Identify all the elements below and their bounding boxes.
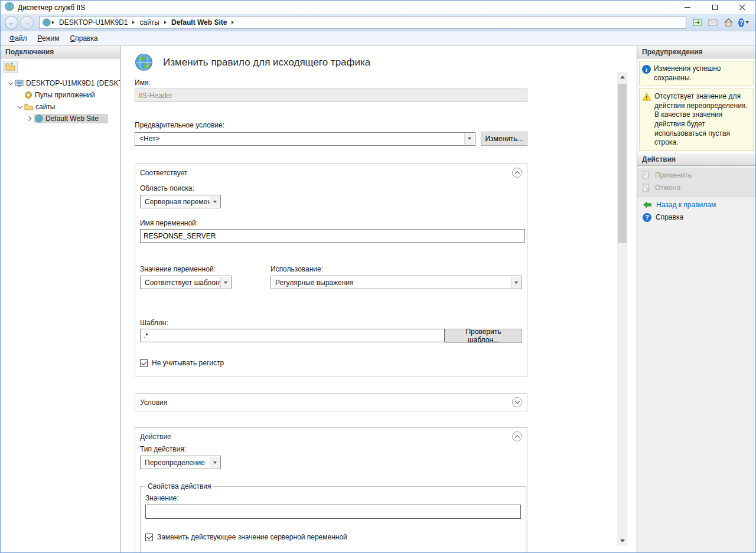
scrollbar-thumb[interactable]	[618, 84, 627, 243]
close-icon	[739, 4, 745, 11]
help-icon: ?	[643, 213, 651, 222]
menu-bar: Файл Режим Справка	[1, 31, 755, 46]
minimize-icon	[685, 7, 690, 8]
action-section: Действие Тип действия: Переопределение С…	[135, 427, 527, 552]
feedback-icon[interactable]	[708, 17, 718, 28]
scope-select[interactable]: Серверная переменн	[140, 195, 221, 208]
vertical-scrollbar[interactable]	[617, 72, 627, 546]
scroll-down-icon	[620, 539, 625, 542]
action-type-select[interactable]: Переопределение	[140, 456, 221, 469]
variable-value-value: Соответствует шаблону	[145, 279, 223, 287]
expander-icon[interactable]	[16, 106, 24, 108]
menu-file[interactable]: Файл	[4, 32, 32, 44]
chevron-down-icon	[210, 457, 220, 468]
folder-connection-icon	[5, 63, 15, 71]
edit-precondition-button[interactable]: Изменить...	[481, 132, 527, 146]
address-bar: ← → DESKTOP-U1MK9D1 сайты Default Web Si…	[1, 14, 755, 31]
create-connection-button[interactable]	[3, 61, 18, 73]
menu-view[interactable]: Режим	[32, 32, 65, 44]
alert-info: i Изменения успешно сохранены.	[639, 61, 754, 86]
back-to-rules-link[interactable]: Назад к правилам	[637, 199, 755, 211]
actions-header: Действия	[637, 153, 755, 166]
tree-item-server[interactable]: DESKTOP-U1MK9D1 (DESKTOP	[1, 77, 120, 89]
selected-tree-item[interactable]: Default Web Site	[34, 114, 108, 123]
breadcrumb-item-default-web-site[interactable]: Default Web Site	[168, 18, 230, 27]
question-icon: ?	[738, 18, 744, 27]
action-section-header[interactable]: Действие	[135, 428, 527, 445]
action-properties-group: Свойства действия Значение: Заменить дей…	[140, 482, 526, 552]
replace-value-checkbox[interactable]	[145, 534, 153, 541]
alert-warning-text: Отсутствует значение для действия переоп…	[654, 92, 751, 148]
conditions-section-header[interactable]: Условия	[135, 394, 527, 411]
cancel-label: Отмена	[655, 184, 680, 192]
chevron-down-icon	[220, 277, 230, 288]
breadcrumb: DESKTOP-U1MK9D1 сайты Default Web Site	[39, 16, 686, 29]
forward-button[interactable]: →	[20, 16, 34, 30]
breadcrumb-item-sites[interactable]: сайты	[136, 18, 163, 27]
action-value-input[interactable]	[145, 505, 521, 519]
tree-item-label: Default Web Site	[45, 114, 99, 123]
alert-warning: Отсутствует значение для действия переоп…	[639, 89, 754, 151]
back-arrow-icon: ←	[8, 18, 15, 27]
scroll-up-icon	[620, 76, 625, 78]
cancel-button[interactable]: Отмена	[637, 182, 755, 194]
match-section-header[interactable]: Соответствует	[135, 164, 527, 181]
help-label: Справка	[656, 213, 683, 221]
expander-icon[interactable]	[25, 117, 34, 120]
restart-icon[interactable]	[692, 17, 703, 28]
back-button[interactable]: ←	[5, 16, 18, 30]
minimize-button[interactable]	[674, 1, 701, 14]
home-icon[interactable]	[723, 17, 734, 28]
back-arrow-icon	[643, 201, 652, 208]
scope-label: Область поиска:	[140, 184, 522, 192]
window-title: Диспетчер служб IIS	[18, 4, 85, 12]
scroll-up-button[interactable]	[617, 72, 627, 82]
tree-item-sites[interactable]: сайты	[1, 101, 120, 113]
menu-help[interactable]: Справка	[65, 32, 103, 44]
tree-item-app-pools[interactable]: Пулы приложений	[1, 89, 120, 101]
maximize-button[interactable]	[701, 1, 728, 14]
breadcrumb-separator-icon	[164, 21, 167, 24]
using-select[interactable]: Регулярные выражения	[271, 276, 522, 289]
help-link[interactable]: ? Справка	[637, 211, 755, 224]
action-type-label: Тип действия:	[140, 445, 522, 453]
scope-value: Серверная переменн	[145, 198, 215, 206]
connections-header: Подключения	[1, 46, 120, 58]
variable-value-select[interactable]: Соответствует шаблону	[140, 276, 232, 289]
page-title: Изменить правило для исходящего трафика	[163, 57, 370, 68]
variable-name-input[interactable]	[140, 229, 525, 243]
using-label: Использование:	[271, 265, 522, 273]
precondition-select[interactable]: <Нет>	[135, 132, 475, 146]
name-input[interactable]	[135, 89, 527, 102]
alerts-header: Предупреждения	[637, 46, 755, 58]
match-section-title: Соответствует	[140, 169, 187, 177]
apply-button[interactable]: Применить	[637, 169, 755, 182]
collapse-icon[interactable]	[512, 431, 522, 441]
right-panel: Предупреждения i Изменения успешно сохра…	[637, 46, 755, 552]
collapse-icon[interactable]	[512, 168, 522, 178]
precondition-label: Предварительное условие:	[135, 121, 527, 129]
forward-arrow-icon: →	[23, 18, 31, 27]
actions-pane: Применить Отмена Назад к правила	[637, 166, 755, 552]
app-icon	[5, 2, 14, 13]
ignore-case-checkbox[interactable]	[140, 359, 148, 367]
connections-panel: Подключения DESKTOP-U1MK9D1 (DESKTOP	[1, 46, 120, 552]
globe-icon	[43, 18, 51, 27]
scroll-down-button[interactable]	[617, 536, 627, 546]
expander-icon[interactable]	[6, 82, 15, 84]
tree-item-label: Пулы приложений	[35, 91, 95, 99]
test-pattern-button[interactable]: Проверить шаблон...	[445, 329, 522, 343]
tree-item-default-web-site[interactable]: Default Web Site	[1, 113, 120, 125]
apply-icon	[643, 171, 651, 179]
cancel-icon	[643, 184, 651, 192]
chevron-down-icon	[464, 133, 474, 145]
breadcrumb-item-server[interactable]: DESKTOP-U1MK9D1	[56, 18, 131, 27]
alerts-list: i Изменения успешно сохранены. Отсутству…	[637, 58, 755, 153]
maximize-icon	[712, 5, 718, 10]
close-button[interactable]	[728, 1, 755, 14]
help-menu-icon[interactable]: ?	[738, 17, 749, 28]
expand-icon[interactable]	[512, 397, 522, 407]
chevron-down-icon	[511, 277, 521, 288]
pattern-input[interactable]	[140, 329, 445, 342]
tree-item-label: сайты	[35, 103, 56, 111]
